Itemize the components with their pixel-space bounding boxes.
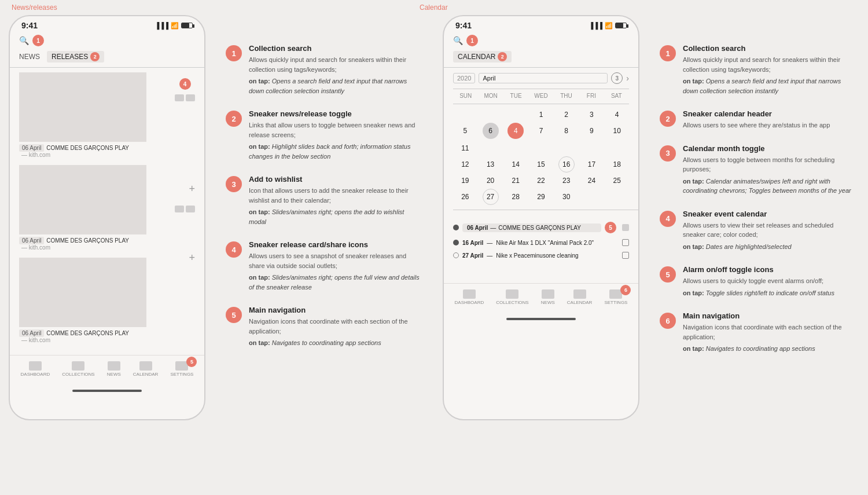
annotation-title: Main navigation xyxy=(683,311,856,320)
cal-day-16-boxed[interactable]: 16 xyxy=(558,156,575,173)
cal-week-2: 5 6 4 7 8 9 10 11 xyxy=(453,123,629,156)
cal-day-empty xyxy=(609,189,625,205)
cal-nav-settings[interactable]: SETTINGS 6 xyxy=(604,289,627,305)
sneaker-image xyxy=(19,165,146,234)
nav-label-news: NEWS xyxy=(541,300,555,305)
collections-icon xyxy=(506,289,518,299)
cal-day-11[interactable]: 11 xyxy=(457,140,473,156)
annotation-on-tap: on tap: Navigates to coordinating app se… xyxy=(683,344,856,354)
cal-day-15[interactable]: 15 xyxy=(533,156,549,173)
annotation-description: Navigation icons that coordinate with ea… xyxy=(683,322,856,342)
cal-day-5[interactable]: 5 xyxy=(457,123,473,139)
annotation-number: 4 xyxy=(660,211,676,227)
cal-header: 🔍 1 CALENDAR 2 xyxy=(444,32,638,63)
event-pill-highlighted[interactable]: 06 April — COMME DES GARÇONS PLAY xyxy=(462,223,601,232)
wishlist-icon[interactable] xyxy=(175,206,184,212)
sneaker-date-name: 06 April COMME DES GARÇONS PLAY xyxy=(19,329,195,337)
search-icon[interactable]: 🔍 xyxy=(19,36,29,45)
annotation-number: 1 xyxy=(226,45,242,61)
annotation-description: Links that allow users to toggle between… xyxy=(249,120,422,140)
sneaker-source: — kith.com xyxy=(21,244,195,251)
sneaker-title: COMME DES GARÇONS PLAY xyxy=(46,330,129,336)
tab-news[interactable]: NEWS xyxy=(19,53,40,61)
cal-day-22[interactable]: 22 xyxy=(533,173,549,189)
event-checkbox[interactable] xyxy=(622,239,629,246)
nav-left-label[interactable]: News/releases xyxy=(12,3,57,12)
sneaker-date: 06 April xyxy=(19,237,44,244)
cal-search-icon[interactable]: 🔍 xyxy=(453,36,463,45)
event-dot xyxy=(453,225,459,230)
wifi-icon: 📶 xyxy=(171,22,179,30)
cal-day-14[interactable]: 14 xyxy=(507,156,524,173)
share-icon[interactable] xyxy=(186,94,195,101)
cal-tabs-row: CALENDAR 2 xyxy=(453,51,629,63)
cal-day-18[interactable]: 18 xyxy=(609,156,625,173)
cal-day-8[interactable]: 8 xyxy=(558,123,575,139)
cal-day-26[interactable]: 26 xyxy=(457,189,473,205)
tab-releases[interactable]: RELEASES 2 xyxy=(47,51,104,63)
wishlist-icon[interactable] xyxy=(175,94,184,101)
annotation-item: 6 Main navigation Navigation icons that … xyxy=(660,311,856,356)
add-button[interactable]: + xyxy=(189,252,195,264)
event-alarm-badge: 5 xyxy=(605,222,616,233)
nav-calendar[interactable]: CALENDAR xyxy=(133,361,159,377)
cal-day-10[interactable]: 10 xyxy=(609,123,625,139)
cal-day-4[interactable]: 4 xyxy=(609,107,625,123)
cal-day-27-boxed[interactable]: 27 xyxy=(483,189,499,205)
nav-news[interactable]: NEWS xyxy=(107,361,121,377)
cal-day-20[interactable]: 20 xyxy=(483,173,499,189)
cal-day-12[interactable]: 12 xyxy=(457,156,473,173)
annotation-text: Main navigation Navigation icons that co… xyxy=(683,311,856,356)
event-checkbox[interactable] xyxy=(622,252,629,259)
sneaker-title: COMME DES GARÇONS PLAY xyxy=(46,237,129,244)
cal-day-23[interactable]: 23 xyxy=(558,173,575,189)
annotation-title: Main navigation xyxy=(249,306,422,314)
annotation-on-tap: on tap: Toggle slides right/left to indi… xyxy=(683,288,834,298)
annotation-number: 1 xyxy=(660,45,676,61)
tab-calendar[interactable]: CALENDAR 2 xyxy=(453,51,512,63)
cal-day-13[interactable]: 13 xyxy=(483,156,499,173)
cal-week-1: 1 2 3 4 xyxy=(453,107,629,123)
day-fri: FRI xyxy=(579,93,604,99)
cal-day-28[interactable]: 28 xyxy=(507,189,524,205)
cal-day-6-today[interactable]: 6 xyxy=(483,123,499,139)
cal-day-1[interactable]: 1 xyxy=(533,107,549,123)
annotation-title: Collection search xyxy=(249,44,422,53)
cal-day-30[interactable]: 30 xyxy=(558,189,575,205)
share-icon[interactable] xyxy=(186,206,195,212)
cal-day-24[interactable]: 24 xyxy=(583,173,599,189)
day-thu: THU xyxy=(554,93,579,99)
annotation-item: 2 Sneaker calendar header Allows users t… xyxy=(660,109,856,133)
cal-status-icons: ▐▐▐ 📶 xyxy=(589,22,627,30)
nav-dashboard[interactable]: DASHBOARD xyxy=(21,361,50,377)
signal-icon: ▐▐▐ xyxy=(155,22,168,29)
annotation-on-tap: on tap: Navigates to coordinating app se… xyxy=(249,338,422,348)
cal-arrow-right[interactable]: › xyxy=(626,74,629,83)
nav-settings[interactable]: SETTINGS 5 xyxy=(170,361,193,377)
cal-day-19[interactable]: 19 xyxy=(457,173,473,189)
cal-day-9[interactable]: 9 xyxy=(583,123,599,139)
nav-collections[interactable]: COLLECTIONS xyxy=(62,361,94,377)
cal-nav-dashboard[interactable]: DASHBOARD xyxy=(455,289,484,305)
annotation-text: Sneaker release card/share icons Allows … xyxy=(249,240,422,294)
alarm-toggle[interactable] xyxy=(622,224,629,231)
cal-nav-news[interactable]: NEWS xyxy=(541,289,555,305)
annotation-title: Add to wishlist xyxy=(249,175,422,184)
dashboard-icon xyxy=(463,289,476,299)
cal-day-4-selected[interactable]: 4 xyxy=(507,123,524,139)
cal-day-29[interactable]: 29 xyxy=(533,189,549,205)
cal-day-17[interactable]: 17 xyxy=(583,156,599,173)
annotation-number: 2 xyxy=(660,111,676,127)
wishlist-badge: 4 xyxy=(179,78,191,90)
cal-day-3[interactable]: 3 xyxy=(583,107,599,123)
annotation-item: 5 Main navigation Navigation icons that … xyxy=(226,306,422,350)
list-item: 06 April COMME DES GARÇONS PLAY — kith.c… xyxy=(19,72,195,158)
add-button[interactable]: + xyxy=(189,183,195,195)
cal-nav-collections[interactable]: COLLECTIONS xyxy=(496,289,528,305)
cal-day-21[interactable]: 21 xyxy=(507,173,524,189)
cal-day-7[interactable]: 7 xyxy=(533,123,549,139)
nav-label-collections: COLLECTIONS xyxy=(62,372,94,377)
cal-day-2[interactable]: 2 xyxy=(558,107,575,123)
cal-day-25[interactable]: 25 xyxy=(609,173,625,189)
cal-nav-calendar[interactable]: CALENDAR xyxy=(567,289,593,305)
